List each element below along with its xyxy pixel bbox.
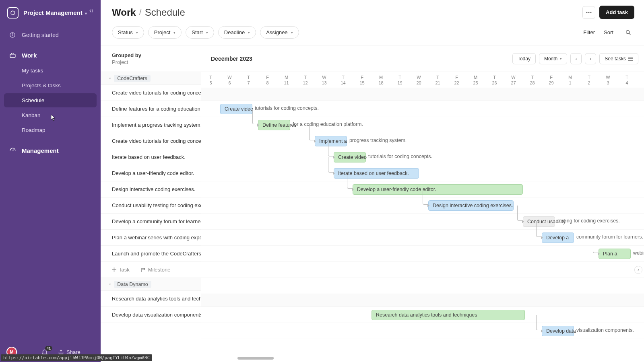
- gantt-bar[interactable]: Design interactive coding exercises.: [428, 200, 514, 211]
- date-column: F15: [353, 72, 372, 88]
- sidebar-item-schedule[interactable]: Schedule: [4, 93, 97, 107]
- filter-pill-start[interactable]: Start▾: [186, 26, 214, 39]
- filter-pill-deadline[interactable]: Deadline▾: [218, 26, 256, 39]
- gantt-row: tutorials for coding concepts.Create vid…: [201, 149, 644, 165]
- gantt-bar-label: for a coding education platform.: [293, 121, 363, 129]
- collapse-sidebar-button[interactable]: [86, 6, 97, 16]
- breadcrumb-separator: /: [139, 7, 142, 18]
- workspace-name[interactable]: Project Management▾: [23, 9, 87, 17]
- add-task-inline[interactable]: Task: [112, 267, 130, 273]
- sidebar-item-my-tasks[interactable]: My tasks: [4, 64, 97, 78]
- prev-period-button[interactable]: ‹: [570, 53, 582, 64]
- sidebar-item-getting-started[interactable]: Getting started: [4, 27, 97, 43]
- date-column: F29: [542, 72, 561, 88]
- gantt-bar[interactable]: Develop a user-friendly code editor.: [353, 184, 523, 195]
- task-row[interactable]: Develop a community forum for learners.: [101, 214, 201, 230]
- gantt-bar-label: progress tracking system.: [349, 138, 407, 145]
- date-column: T2: [580, 72, 599, 88]
- breadcrumb-root[interactable]: Work: [112, 7, 136, 18]
- task-row[interactable]: Implement a progress tracking system.: [101, 117, 201, 133]
- date-column: W20: [409, 72, 428, 88]
- status-url: https://airtable.com/appjlhWfJPAmnjON/pa…: [1, 354, 152, 361]
- add-milestone-inline[interactable]: Milestone: [141, 267, 171, 273]
- group-by-selector[interactable]: Grouped by Project: [101, 45, 201, 72]
- gantt-bar[interactable]: Create video: [220, 104, 252, 114]
- grouped-by-value: Project: [112, 59, 201, 65]
- sidebar-item-kanban[interactable]: Kanban: [4, 108, 97, 122]
- filter-pill-project[interactable]: Project▾: [148, 26, 182, 39]
- breadcrumb-leaf: Schedule: [145, 7, 185, 18]
- gantt-bar[interactable]: Create video: [334, 152, 366, 162]
- scroll-right-indicator[interactable]: ›: [634, 266, 642, 274]
- sort-button[interactable]: Sort: [604, 29, 613, 35]
- gantt-bar-label: webinar series with coding experts.: [633, 250, 644, 257]
- sidebar-item-label: My tasks: [22, 68, 43, 74]
- gantt-row: Research data analytics tools and techni…: [201, 307, 644, 323]
- date-column: M25: [466, 72, 485, 88]
- gantt-bar-label: community forum for learners.: [576, 234, 643, 241]
- chevron-down-icon: ▾: [560, 57, 562, 61]
- gantt-row: progress tracking system.Implement a: [201, 133, 644, 149]
- gantt-row: webinar series with coding experts.Plan …: [201, 246, 644, 262]
- gantt-row: visualization components.Develop data: [201, 323, 644, 339]
- today-button[interactable]: Today: [512, 53, 536, 64]
- date-column: T21: [428, 72, 447, 88]
- gantt-row: tutorials for coding concepts.Create vid…: [201, 101, 644, 117]
- date-column: M18: [372, 72, 390, 88]
- svg-point-4: [12, 34, 12, 34]
- sidebar-item-work[interactable]: Work: [4, 47, 97, 63]
- task-row[interactable]: Plan a webinar series with coding expert…: [101, 230, 201, 246]
- filter-pill-status[interactable]: Status▾: [112, 26, 144, 39]
- task-row[interactable]: Develop data visualization components.: [101, 307, 201, 323]
- date-column: W27: [504, 72, 523, 88]
- gantt-bar[interactable]: Develop data: [542, 326, 574, 336]
- see-tasks-button[interactable]: See tasks: [599, 53, 638, 64]
- task-row[interactable]: Launch and promote the CodeCrafters plat…: [101, 246, 201, 262]
- gantt-bar[interactable]: Develop a: [542, 232, 574, 243]
- workspace-icon[interactable]: [7, 7, 19, 19]
- filter-pill-assignee[interactable]: Assignee▾: [260, 26, 299, 39]
- task-row[interactable]: Research data analytics tools and techni…: [101, 291, 201, 307]
- sidebar-item-label: Schedule: [22, 97, 44, 103]
- dashboard-icon: [9, 147, 16, 154]
- date-column: T19: [390, 72, 409, 88]
- search-button[interactable]: [622, 27, 634, 39]
- gantt-row: testing for coding exercises.Conduct usa…: [201, 214, 644, 230]
- date-column: F8: [258, 72, 277, 88]
- sidebar-item-projects-tasks[interactable]: Projects & tasks: [4, 78, 97, 93]
- gantt-bar[interactable]: Define features: [258, 120, 290, 130]
- group-header[interactable]: ›CodeCrafters: [101, 72, 201, 85]
- sidebar-item-roadmap[interactable]: Roadmap: [4, 123, 97, 137]
- date-column: T14: [334, 72, 353, 88]
- gantt-bar[interactable]: Iterate based on user feedback.: [334, 168, 419, 179]
- date-column: T26: [485, 72, 504, 88]
- sidebar-item-label: Projects & tasks: [22, 82, 61, 88]
- task-row[interactable]: Design interactive coding exercises.: [101, 181, 201, 197]
- date-column: T4: [617, 72, 636, 88]
- gantt-bar[interactable]: Plan a: [599, 249, 631, 259]
- task-row[interactable]: Create video tutorials for coding concep…: [101, 133, 201, 149]
- gantt-bar-label: tutorials for coding concepts.: [255, 105, 319, 113]
- gantt-bar[interactable]: Research data analytics tools and techni…: [372, 310, 525, 320]
- more-options-button[interactable]: [582, 6, 595, 19]
- gantt-bar-label: tutorials for coding concepts.: [368, 154, 432, 161]
- range-selector[interactable]: Month▾: [539, 53, 567, 64]
- task-row[interactable]: Define features for a coding education p…: [101, 101, 201, 117]
- date-column: M11: [277, 72, 296, 88]
- task-row[interactable]: Conduct usability testing for coding exe…: [101, 197, 201, 214]
- next-period-button[interactable]: ›: [585, 53, 596, 64]
- notification-count: 41: [45, 346, 52, 351]
- task-row[interactable]: Iterate based on user feedback.: [101, 149, 201, 165]
- sidebar-item-management[interactable]: Management: [4, 143, 97, 158]
- task-row[interactable]: Create video tutorials for coding concep…: [101, 85, 201, 101]
- group-header[interactable]: ›Data Dynamo: [101, 278, 201, 291]
- filter-button[interactable]: Filter: [583, 29, 595, 35]
- date-column: T7: [239, 72, 258, 88]
- task-row[interactable]: Develop a user-friendly code editor.: [101, 165, 201, 181]
- date-column: T28: [523, 72, 542, 88]
- grouped-by-label: Grouped by: [112, 52, 201, 58]
- gantt-bar-label: testing for coding exercises.: [557, 218, 620, 225]
- date-column: W6: [220, 72, 239, 88]
- add-task-button[interactable]: Add task: [599, 6, 634, 19]
- horizontal-scrollbar[interactable]: [237, 357, 274, 360]
